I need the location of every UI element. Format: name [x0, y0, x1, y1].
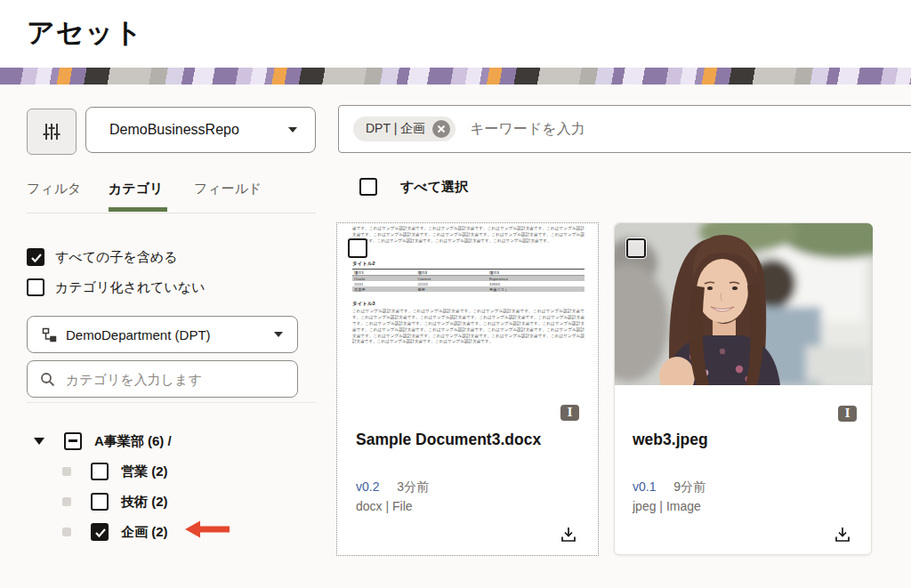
annotation-arrow-icon: [185, 520, 230, 543]
tree-sales-checkbox[interactable]: [91, 463, 109, 480]
indeterminate-dash-icon: [69, 439, 77, 442]
active-tab-underline: [109, 207, 167, 212]
uncategorized-label: カテゴリ化されていない: [55, 279, 206, 296]
document-preview-heading: タイトル2: [352, 261, 584, 267]
chevron-down-icon: [288, 127, 297, 133]
document-preview-text: 書です。これはサンプル設計文書です。これはサンプル設計文書です。これはサンプル設…: [352, 226, 584, 254]
document-preview-text: これはサンプル設計文書です。これはサンプル設計文書です。これはサンプル設計文書で…: [352, 309, 584, 355]
image-preview: [615, 223, 873, 385]
asset-title: web3.jpeg: [633, 431, 708, 449]
sliders-icon: [41, 121, 62, 142]
asset-title: Sample Document3.docx: [356, 431, 541, 449]
select-all-row: すべて選択: [359, 178, 468, 196]
asset-meta-version: v0.1 9分前: [633, 479, 705, 495]
download-button[interactable]: [834, 526, 851, 544]
asset-time: 3分前: [397, 479, 429, 494]
tab-category[interactable]: カテゴリ: [109, 181, 163, 197]
doc-table-header: 項目2: [415, 270, 488, 276]
tree-row-tech: 技術 (2): [62, 490, 168, 513]
panel-divider: [27, 402, 316, 403]
include-children-checkbox[interactable]: [27, 248, 44, 266]
card-select-checkbox[interactable]: [626, 238, 646, 258]
doc-table-cell: 最重要: [352, 286, 415, 292]
uncategorized-row: カテゴリ化されていない: [27, 278, 206, 296]
tree-expand-icon[interactable]: [34, 438, 44, 445]
tree-planning-checkbox[interactable]: [91, 523, 109, 541]
search-icon: [40, 372, 55, 387]
filter-panel-toggle-button[interactable]: [27, 109, 77, 155]
doc-table-cell: 要素リスト: [488, 286, 584, 292]
photo-illustration: [615, 223, 873, 385]
tree-tech-checkbox[interactable]: [91, 493, 109, 511]
asset-time: 9分前: [673, 479, 705, 494]
keyword-search-bar[interactable]: DPT | 企画: [338, 105, 911, 153]
version-link[interactable]: v0.2: [356, 479, 379, 494]
taxonomy-dropdown-value: DemoDepartment (DPT): [66, 327, 274, 342]
uncategorized-checkbox[interactable]: [27, 278, 44, 296]
include-children-row: すべての子を含める: [27, 248, 177, 266]
page-header: アセット: [0, 0, 911, 68]
select-all-label: すべて選択: [400, 179, 468, 196]
asset-type-info: jpeg | Image: [633, 499, 701, 513]
asset-type-badge: I: [838, 406, 857, 422]
asset-type-info: docx | File: [356, 499, 413, 513]
asset-meta-version: v0.2 3分前: [356, 479, 429, 495]
tree-root-label[interactable]: A事業部 (6) /: [94, 433, 172, 450]
category-search-input[interactable]: [64, 371, 286, 388]
tree-sales-label[interactable]: 営業 (2): [121, 463, 168, 480]
card-select-checkbox[interactable]: [348, 238, 367, 258]
include-children-label: すべての子を含める: [55, 249, 177, 266]
category-search-box: [27, 360, 298, 398]
repository-dropdown[interactable]: DemoBusinessRepo: [85, 107, 316, 153]
taxonomy-dropdown[interactable]: DemoDepartment (DPT): [27, 316, 298, 353]
hierarchy-icon: [42, 327, 57, 342]
tree-row-sales: 営業 (2): [62, 460, 168, 483]
document-preview-table: 項目1 項目2 項目3 Oracle Content Experience 11…: [352, 269, 584, 292]
tab-filter[interactable]: フィルタ: [27, 181, 81, 197]
chevron-down-icon: [274, 332, 283, 337]
assets-page: アセット DemoBusinessRepo DPT | 企画: [0, 0, 911, 588]
keyword-search-input[interactable]: [468, 120, 911, 138]
select-all-checkbox[interactable]: [359, 178, 377, 196]
decorative-banner: [0, 68, 911, 85]
repository-dropdown-value: DemoBusinessRepo: [109, 122, 288, 138]
tab-field[interactable]: フィールド: [194, 181, 262, 197]
tree-planning-label[interactable]: 企画 (2): [121, 524, 168, 541]
download-button[interactable]: [560, 526, 577, 544]
tree-row-planning: 企画 (2): [62, 520, 168, 544]
version-link[interactable]: v0.1: [633, 479, 656, 494]
tree-tech-label[interactable]: 技術 (2): [121, 494, 168, 511]
tree-root-checkbox[interactable]: [64, 432, 82, 450]
search-filter-chip-label: DPT | 企画: [366, 121, 425, 137]
panel-divider: [27, 213, 316, 213]
doc-table-header: 項目1: [352, 270, 415, 276]
tree-leaf-spacer: [62, 497, 71, 506]
asset-card-document[interactable]: 書です。これはサンプル設計文書です。これはサンプル設計文書です。これはサンプル設…: [336, 222, 599, 556]
chip-remove-icon[interactable]: [432, 120, 450, 138]
doc-table-cell: 概要: [415, 286, 488, 292]
asset-type-badge: I: [560, 405, 579, 421]
document-preview-heading: タイトル3: [352, 301, 584, 307]
page-title: アセット: [27, 14, 143, 52]
tree-leaf-spacer: [62, 528, 71, 536]
doc-table-header: 項目3: [488, 270, 584, 276]
tree-row-root: A事業部 (6) /: [34, 430, 172, 453]
asset-card-image[interactable]: I web3.jpeg v0.1 9分前 jpeg | Image: [614, 222, 872, 555]
search-filter-chip[interactable]: DPT | 企画: [353, 117, 456, 141]
document-preview: 書です。これはサンプル設計文書です。これはサンプル設計文書です。これはサンプル設…: [337, 223, 600, 398]
tree-leaf-spacer: [62, 467, 71, 476]
